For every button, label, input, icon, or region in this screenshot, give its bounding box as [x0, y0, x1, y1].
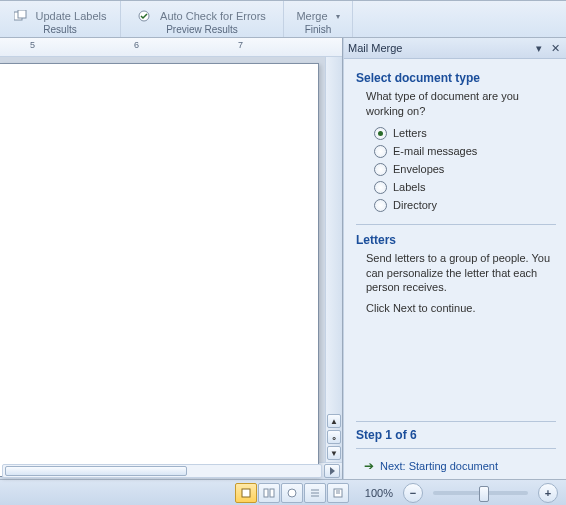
auto-check-errors-button[interactable]: Auto Check for Errors	[160, 10, 266, 22]
select-document-type-heading: Select document type	[356, 71, 556, 85]
task-pane-menu-button[interactable]: ▾	[532, 41, 546, 55]
view-switcher	[235, 483, 349, 503]
svg-rect-4	[264, 489, 268, 497]
step-indicator: Step 1 of 6	[356, 428, 556, 442]
merge-button[interactable]: Merge	[296, 10, 327, 22]
document-type-options: Letters E-mail messages Envelopes Labels…	[374, 127, 556, 212]
web-layout-view-button[interactable]	[281, 483, 303, 503]
update-labels-button[interactable]: Update Labels	[36, 10, 107, 22]
update-labels-icon	[14, 10, 28, 22]
divider	[356, 224, 556, 225]
close-icon[interactable]: ✕	[548, 41, 562, 55]
previous-object-button[interactable]: ▲	[327, 414, 341, 428]
click-next-text: Click Next to continue.	[366, 301, 556, 316]
status-bar: 100% − +	[0, 479, 566, 505]
ribbon-group-results: Results	[43, 24, 76, 35]
svg-rect-1	[18, 10, 26, 18]
next-starting-document-link[interactable]: Next: Starting document	[380, 460, 498, 472]
svg-rect-5	[270, 489, 274, 497]
radio-label: Directory	[393, 199, 437, 211]
document-page[interactable]	[0, 63, 319, 477]
radio-label: E-mail messages	[393, 145, 477, 157]
radio-label: Envelopes	[393, 163, 444, 175]
draft-view-button[interactable]	[327, 483, 349, 503]
chevron-down-icon: ▾	[336, 12, 340, 21]
full-screen-reading-view-button[interactable]	[258, 483, 280, 503]
zoom-slider[interactable]	[433, 491, 528, 495]
svg-rect-3	[242, 489, 250, 497]
radio-label: Labels	[393, 181, 425, 193]
horizontal-scrollbar[interactable]	[0, 462, 342, 479]
zoom-in-button[interactable]: +	[538, 483, 558, 503]
zoom-slider-knob[interactable]	[479, 486, 489, 502]
radio-labels[interactable]: Labels	[374, 181, 556, 194]
ribbon: Update Labels Results Auto Check for Err…	[0, 1, 566, 38]
ruler-number: 7	[238, 40, 243, 50]
letters-description: Send letters to a group of people. You c…	[366, 251, 556, 296]
next-arrow-icon: ➔	[364, 459, 374, 473]
scroll-right-button[interactable]	[324, 464, 340, 478]
print-layout-view-button[interactable]	[235, 483, 257, 503]
task-pane-title: Mail Merge	[348, 42, 530, 54]
radio-directory[interactable]: Directory	[374, 199, 556, 212]
task-pane-header: Mail Merge ▾ ✕	[344, 38, 566, 59]
svg-point-6	[288, 489, 296, 497]
outline-view-button[interactable]	[304, 483, 326, 503]
ruler-number: 5	[30, 40, 35, 50]
radio-envelopes[interactable]: Envelopes	[374, 163, 556, 176]
select-browse-object-button[interactable]: ∘	[327, 430, 341, 444]
select-document-type-question: What type of document are you working on…	[366, 89, 556, 119]
scrollbar-thumb[interactable]	[5, 466, 187, 476]
next-object-button[interactable]: ▼	[327, 446, 341, 460]
horizontal-ruler[interactable]: 5 6 7	[0, 38, 342, 57]
browse-object-bar: ▲ ∘ ▼	[325, 57, 342, 462]
divider	[356, 448, 556, 449]
zoom-out-button[interactable]: −	[403, 483, 423, 503]
radio-email-messages[interactable]: E-mail messages	[374, 145, 556, 158]
radio-label: Letters	[393, 127, 427, 139]
radio-letters[interactable]: Letters	[374, 127, 556, 140]
document-area: 5 6 7 ▲ ∘ ▼	[0, 38, 343, 479]
divider	[356, 421, 556, 422]
ruler-number: 6	[134, 40, 139, 50]
mail-merge-task-pane: Mail Merge ▾ ✕ Select document type What…	[343, 38, 566, 479]
check-errors-icon	[138, 10, 152, 22]
zoom-percentage[interactable]: 100%	[365, 487, 393, 499]
ribbon-group-preview: Preview Results	[166, 24, 238, 35]
ribbon-group-finish: Finish	[305, 24, 332, 35]
letters-heading: Letters	[356, 233, 556, 247]
